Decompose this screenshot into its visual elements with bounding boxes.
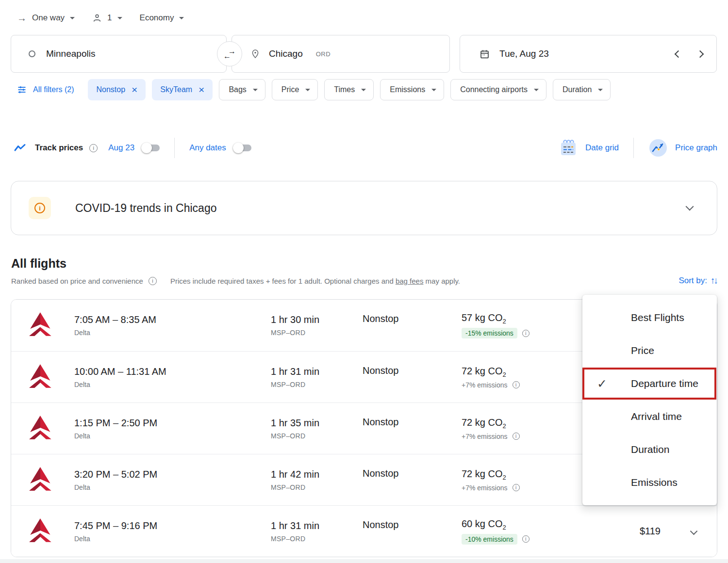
sort-menu-item-label: Duration: [631, 444, 669, 455]
fees-note-text: Prices include required taxes + fees for…: [170, 277, 460, 285]
times-cell: 1:15 PM – 2:50 PM Delta: [74, 418, 271, 440]
covid-banner[interactable]: i COVID-19 trends in Chicago: [11, 181, 717, 235]
info-icon[interactable]: i: [89, 144, 98, 152]
sort-by-menu: ✓ Best Flights ✓ Price ✓ Departure time …: [582, 295, 717, 505]
flight-duration: 1 hr 30 min: [271, 314, 363, 325]
info-icon[interactable]: i: [513, 381, 520, 388]
sort-menu-item[interactable]: ✓ Best Flights: [582, 301, 717, 334]
filter-chip-active[interactable]: Nonstop ×: [88, 79, 146, 100]
price-graph-button[interactable]: Price graph: [648, 138, 717, 158]
duration-cell: 1 hr 31 min MSP–ORD: [271, 366, 363, 388]
calendar-icon: [480, 49, 490, 59]
emissions-delta-label: -10% emissions: [462, 534, 517, 545]
sort-menu-item[interactable]: ✓ Arrival time: [582, 400, 717, 433]
emissions-cell: 72 kg CO2 +7% emissions i: [462, 468, 593, 492]
filter-chip-dropdown[interactable]: Duration: [553, 79, 611, 100]
toggle-knob: [141, 143, 152, 153]
sort-menu-item[interactable]: ✓ Departure time: [582, 367, 717, 400]
times-cell: 7:45 PM – 9:16 PM Delta: [74, 520, 271, 543]
price-cell: $119: [593, 526, 670, 537]
fees-note: Prices include required taxes + fees for…: [170, 277, 460, 285]
emissions-detail: +7% emissions i: [462, 381, 593, 389]
filter-chip-active[interactable]: SkyTeam ×: [152, 79, 213, 100]
expand-chevron-icon[interactable]: [686, 203, 694, 211]
co2-amount: 57 kg CO2: [462, 312, 593, 325]
filter-chip-dropdown[interactable]: Times: [324, 79, 374, 100]
date-grid-icon: [559, 138, 578, 158]
airline-logo-cell: [11, 311, 74, 339]
duration-cell: 1 hr 42 min MSP–ORD: [271, 469, 363, 491]
sort-menu-item[interactable]: ✓ Emissions: [582, 466, 717, 499]
flight-row[interactable]: 7:45 PM – 9:16 PM Delta 1 hr 31 min MSP–…: [11, 505, 717, 557]
trip-type-select[interactable]: → One way: [17, 13, 75, 24]
sort-arrows-icon: ↑↓: [711, 275, 717, 286]
all-filters-button[interactable]: All filters (2): [11, 85, 82, 95]
track-prices-label: Track prices: [35, 143, 83, 153]
info-icon[interactable]: i: [513, 484, 520, 491]
co2-amount: 60 kg CO2: [462, 518, 593, 531]
chevron-down-icon: [431, 89, 436, 91]
chevron-down-icon: [70, 17, 75, 19]
info-icon[interactable]: i: [522, 535, 529, 543]
emissions-delta-label: -15% emissions: [462, 328, 517, 338]
filter-chip-dropdown[interactable]: Price: [272, 79, 318, 100]
swap-arrow-left-icon: ←: [223, 54, 231, 59]
emissions-cell: 60 kg CO2 -10% emissions i: [462, 518, 593, 545]
delta-logo-icon: [27, 363, 53, 389]
toggle-knob: [233, 143, 244, 153]
swap-locations-button[interactable]: → ←: [217, 41, 242, 66]
track-prices-toggle[interactable]: [143, 145, 160, 151]
sort-menu-item[interactable]: ✓ Duration: [582, 433, 717, 466]
sort-by-button[interactable]: Sort by: ↑↓: [678, 275, 717, 286]
departure-arrival-times: 10:00 AM – 11:31 AM: [74, 366, 271, 377]
airline-logo-cell: [11, 517, 74, 546]
info-icon[interactable]: i: [149, 277, 157, 285]
page-background-strip: [0, 559, 728, 563]
date-field[interactable]: Tue, Aug 23: [460, 35, 717, 73]
remove-filter-icon[interactable]: ×: [132, 84, 137, 95]
bag-fees-link[interactable]: bag fees: [396, 277, 424, 285]
co2-amount: 72 kg CO2: [462, 366, 593, 378]
results-subrow: Ranked based on price and convenience i …: [11, 275, 717, 286]
remove-filter-icon[interactable]: ×: [199, 84, 204, 95]
departure-arrival-times: 7:05 AM – 8:35 AM: [74, 314, 271, 325]
times-cell: 10:00 AM – 11:31 AM Delta: [74, 366, 271, 388]
any-dates-toggle[interactable]: [235, 145, 251, 151]
filter-chip-dropdown[interactable]: Connecting airports: [450, 79, 546, 100]
expand-flight-chevron-icon[interactable]: [690, 528, 697, 535]
filter-chip-dropdown[interactable]: Emissions: [380, 79, 444, 100]
sort-menu-item[interactable]: ✓ Price: [582, 334, 717, 367]
emissions-cell: 72 kg CO2 +7% emissions i: [462, 366, 593, 389]
flight-duration: 1 hr 42 min: [271, 469, 363, 480]
origin-field[interactable]: Minneapolis: [11, 35, 227, 73]
info-icon: i: [34, 203, 45, 213]
airline-logo-cell: [11, 415, 74, 443]
info-icon[interactable]: i: [513, 433, 520, 440]
departure-arrival-times: 7:45 PM – 9:16 PM: [74, 520, 271, 531]
filter-chip-label: Duration: [563, 85, 592, 94]
filter-chip-label: Bags: [229, 85, 246, 94]
passengers-select[interactable]: 1: [92, 13, 122, 23]
next-date-button[interactable]: [696, 50, 704, 58]
departure-arrival-times: 3:20 PM – 5:02 PM: [74, 469, 271, 480]
filter-chip-label: SkyTeam: [160, 85, 192, 94]
ranked-note-text: Ranked based on price and convenience: [11, 277, 143, 285]
chevron-down-icon: [305, 89, 310, 91]
emissions-detail: +7% emissions i: [462, 433, 593, 440]
filter-chip-label: Times: [334, 85, 355, 94]
price-trend-line-icon: [14, 143, 26, 153]
destination-airport-code: ORD: [316, 50, 331, 58]
info-icon[interactable]: i: [522, 330, 529, 337]
filters-sliders-icon: [17, 85, 27, 95]
emissions-detail: -10% emissions i: [462, 534, 593, 545]
filter-chip-label: Connecting airports: [460, 85, 528, 94]
date-grid-button[interactable]: Date grid: [559, 138, 619, 158]
airline-name: Delta: [74, 483, 271, 491]
cabin-class-select[interactable]: Economy: [140, 13, 184, 23]
previous-date-button[interactable]: [675, 50, 682, 58]
route-airports: MSP–ORD: [271, 381, 363, 388]
destination-field[interactable]: ChicagoORD: [232, 35, 450, 73]
view-buttons: Date grid Price graph: [559, 138, 717, 158]
stops-cell: Nonstop: [363, 417, 462, 428]
filter-chip-dropdown[interactable]: Bags: [219, 79, 265, 100]
